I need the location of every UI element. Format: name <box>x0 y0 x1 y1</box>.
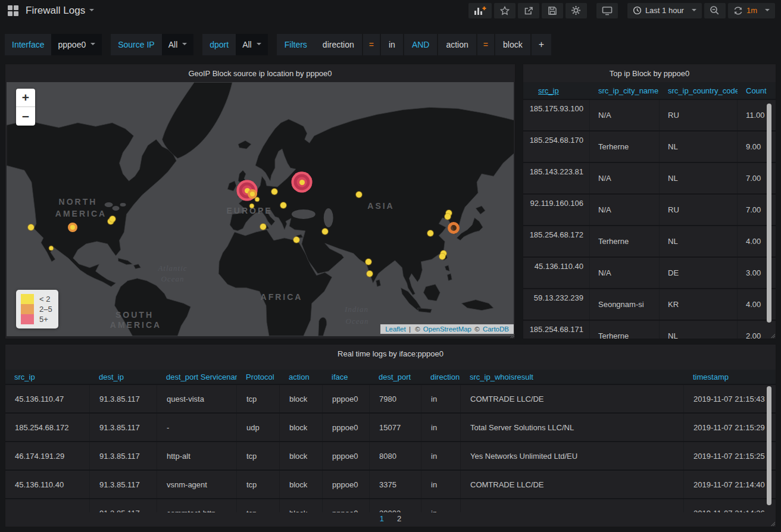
time-range-label: Last 1 hour <box>645 6 684 15</box>
variable-group: Source IPAll <box>111 34 193 55</box>
table-cell <box>5 499 90 512</box>
dropdown-caret-icon <box>257 43 261 48</box>
add-filter-button[interactable]: + <box>532 34 551 55</box>
legend-label: < 2 <box>39 295 50 303</box>
legend-row: < 2 <box>21 294 52 304</box>
map-marker-dot[interactable] <box>260 224 266 230</box>
map-marker-dot[interactable] <box>365 259 371 265</box>
column-header[interactable]: src_ip_country_code <box>660 82 738 99</box>
column-header[interactable]: src_ip_city_name <box>590 82 660 99</box>
filter-token-value[interactable]: in <box>381 34 403 55</box>
dashboard-title[interactable]: Firewall Logs <box>26 5 85 17</box>
map-marker-dot-sm[interactable] <box>49 246 54 251</box>
column-header[interactable]: dest_port <box>370 370 421 384</box>
logs-panel-title[interactable]: Real time logs by iface:pppoe0 <box>5 345 776 362</box>
map-marker-dot[interactable] <box>367 271 373 277</box>
refresh-button[interactable]: 1m <box>728 3 775 18</box>
add-panel-button[interactable] <box>468 3 492 18</box>
table-row: 185.143.223.81N/ANL7.00 <box>523 162 776 193</box>
map-marker-dot[interactable] <box>356 192 362 198</box>
column-header[interactable]: src_ip_whoisresult <box>461 370 684 384</box>
pagination-page[interactable]: 2 <box>397 514 401 523</box>
clock-icon <box>633 6 642 15</box>
table-row: 185.175.93.100N/ARU11.00 <box>523 99 776 130</box>
table-cell: - <box>157 414 237 441</box>
filter-token-value[interactable]: block <box>495 34 530 55</box>
filter-token-keyword[interactable]: AND <box>404 34 438 55</box>
table-cell: pppoe0 <box>323 442 370 470</box>
map-marker-orange-dot[interactable] <box>68 223 77 232</box>
pagination-page[interactable]: 1 <box>380 514 384 523</box>
filters-label: Filters <box>277 34 315 55</box>
map-marker-dot-sm[interactable] <box>255 198 260 202</box>
table-cell: 91.3.85.117 <box>90 414 157 441</box>
settings-button[interactable] <box>566 3 587 18</box>
world-map[interactable]: NORTHAMERICAEUROPEASIAAFRICASOUTHAMERICA… <box>7 82 514 336</box>
column-header[interactable]: Count <box>738 82 776 99</box>
map-marker-bullseye[interactable] <box>292 172 313 193</box>
dashboard-grid-icon[interactable] <box>8 5 18 16</box>
filter-token-field[interactable]: action <box>438 34 476 55</box>
table-cell: 91.3.85.117 <box>90 385 157 412</box>
variable-group: dportAll <box>202 34 267 55</box>
star-button[interactable] <box>494 3 516 18</box>
column-header[interactable]: dest_port Servicename <box>157 370 237 384</box>
map-marker-dot[interactable] <box>427 230 433 236</box>
legend-label: 2–5 <box>39 305 52 314</box>
table-row: 45.136.110.4791.3.85.117quest-vistatcpbl… <box>5 384 776 412</box>
column-header[interactable]: direction <box>421 370 461 384</box>
share-button[interactable] <box>518 3 539 18</box>
attribution-link[interactable]: CartoDB <box>483 326 509 333</box>
save-button[interactable] <box>542 3 563 18</box>
variable-value-dropdown[interactable]: All <box>162 34 194 55</box>
map-legend: < 22–55+ <box>16 290 58 328</box>
map-marker-dot[interactable] <box>280 202 286 208</box>
column-header[interactable]: iface <box>323 370 370 384</box>
map-marker-orange-ring[interactable] <box>448 222 460 234</box>
attribution-link[interactable]: Leaflet <box>385 326 406 333</box>
time-range-caret-icon <box>692 9 696 14</box>
map-label: AMERICA <box>110 320 161 330</box>
map-marker-dot[interactable] <box>322 229 328 234</box>
map-marker-dot[interactable] <box>293 237 299 243</box>
time-range-picker[interactable]: Last 1 hour <box>627 3 702 18</box>
top-ip-panel: Top ip Block by pppoe0 src_ipsrc_ip_city… <box>523 64 776 339</box>
column-header[interactable]: src_ip <box>5 370 90 384</box>
filter-token-field[interactable]: direction <box>315 34 362 55</box>
map-panel-title[interactable]: GeoIP Block source ip location by pppoe0 <box>5 64 515 82</box>
table-cell: tcp <box>237 499 280 512</box>
map-marker-dot[interactable] <box>28 224 34 230</box>
variable-value-dropdown[interactable]: pppoe0 <box>51 34 102 55</box>
map-label: NORTH <box>59 197 98 206</box>
variable-label: Interface <box>5 34 51 55</box>
column-header[interactable]: action <box>280 370 323 384</box>
variable-value-dropdown[interactable]: All <box>236 34 268 55</box>
table-cell: http-alt <box>157 442 237 470</box>
top-ip-panel-title[interactable]: Top ip Block by pppoe0 <box>523 64 776 82</box>
map-zoom-in-button[interactable]: + <box>16 89 35 107</box>
map-zoom-out-button[interactable]: − <box>16 107 35 126</box>
top-ip-scrollbar-thumb[interactable] <box>767 104 771 323</box>
filter-token-op[interactable]: = <box>363 34 380 55</box>
map-marker-dot[interactable] <box>271 189 277 195</box>
map-marker-dot[interactable] <box>439 254 445 259</box>
map-marker-dot[interactable] <box>445 214 451 220</box>
dropdown-caret-icon <box>90 43 95 48</box>
table-cell: Terherne <box>590 226 660 256</box>
attribution-link[interactable]: OpenStreetMap <box>423 326 471 333</box>
map-attribution: Leaflet | © OpenStreetMap © CartoDB <box>380 324 514 334</box>
column-header[interactable]: src_ip <box>523 82 590 99</box>
map-label: AMERICA <box>55 209 107 218</box>
filter-token-op[interactable]: = <box>477 34 494 55</box>
table-cell: 185.254.68.172 <box>5 414 90 441</box>
column-header[interactable]: timestamp <box>684 370 767 384</box>
column-header[interactable]: dest_ip <box>90 370 157 384</box>
map-marker-dot[interactable] <box>110 216 115 222</box>
cycle-view-button[interactable] <box>596 3 618 18</box>
title-caret-icon[interactable] <box>89 9 94 14</box>
zoom-out-button[interactable] <box>704 3 726 18</box>
map-marker-dot-sm[interactable] <box>250 204 254 208</box>
column-header[interactable]: Protocol <box>237 370 280 384</box>
logs-scrollbar-thumb[interactable] <box>767 386 771 505</box>
table-row: 59.13.232.239Seongnam-siKR4.00 <box>523 288 776 320</box>
